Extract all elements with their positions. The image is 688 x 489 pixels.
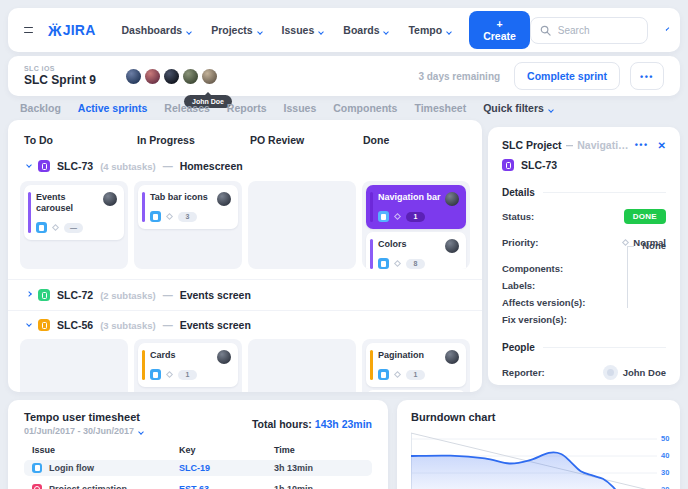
jira-logo[interactable]: ӜJIRA [48, 22, 95, 39]
date-range-dropdown[interactable]: 01/Jun/2017 - 30/Jun/2017 [24, 426, 143, 436]
sprint-more-button[interactable]: ••• [630, 62, 664, 90]
menu-icon[interactable] [24, 27, 33, 34]
col-issue: Issue [32, 445, 179, 455]
priority-icon [622, 239, 629, 246]
member-avatar[interactable] [145, 69, 160, 84]
story-icon [378, 369, 389, 380]
assignee-avatar [445, 192, 459, 206]
nav-projects[interactable]: Projects [211, 24, 261, 36]
issue-time: 1h 10min [274, 484, 364, 489]
member-avatar[interactable] [164, 69, 179, 84]
issue-name: Login flow [49, 463, 94, 473]
story-blue-icon [32, 463, 42, 473]
card-colors[interactable]: Colors 8 [366, 232, 466, 269]
group-dash: — [163, 290, 173, 301]
assignee-avatar [217, 350, 231, 364]
lane-po-review [248, 339, 356, 392]
tab-issues[interactable]: Issues [284, 102, 317, 114]
labels-row: Labels: [502, 280, 666, 291]
app-root: ӜJIRA Dashboards Projects Issues Boards … [0, 0, 688, 489]
nav-tempo-label: Tempo [408, 24, 442, 36]
chevron-down-icon [666, 27, 670, 31]
tab-backlog[interactable]: Backlog [20, 102, 61, 114]
card-events-carousel[interactable]: Events carousel — [24, 185, 124, 240]
sprint-members: John Doe [126, 69, 217, 84]
y-tick-label: 20 [661, 485, 669, 489]
issue-name: Project estimation [49, 484, 127, 489]
story-type-icon [38, 319, 50, 331]
issue-time: 3h 13min [274, 463, 364, 473]
card-pull-to-refresh[interactable]: Pull to refresh [366, 390, 466, 392]
burndown-chart: 50403020 [411, 431, 666, 489]
estimate-badge: 8 [406, 259, 425, 269]
total-hours-label: Total hours: [252, 418, 312, 430]
card-navigation-bar[interactable]: Navigation bar 1 [366, 185, 466, 229]
nav-dashboards[interactable]: Dashboards [121, 24, 191, 36]
tab-releases[interactable]: Releases [164, 102, 210, 114]
estimate-badge: 1 [406, 212, 425, 222]
assignee-avatar [445, 239, 459, 253]
none-group-bracket [627, 246, 634, 308]
close-icon[interactable]: ✕ [658, 140, 666, 151]
nav-dashboards-label: Dashboards [121, 24, 182, 36]
estimate-badge: 3 [178, 212, 197, 222]
nav-projects-label: Projects [211, 24, 252, 36]
tab-timesheet[interactable]: Timesheet [414, 102, 466, 114]
issue-key-link[interactable]: SLC-19 [179, 463, 274, 473]
tab-active-sprints[interactable]: Active sprints [78, 102, 147, 114]
table-row[interactable]: Project estimation EST-63 1h 10min [24, 481, 372, 489]
tab-components[interactable]: Components [333, 102, 397, 114]
reporter-avatar [603, 365, 618, 380]
column-po-review: PO Review [248, 134, 355, 146]
story-icon [378, 258, 389, 269]
issue-key-link[interactable]: EST-63 [179, 484, 274, 489]
member-avatar[interactable] [183, 69, 198, 84]
top-navbar: ӜJIRA Dashboards Projects Issues Boards … [8, 8, 680, 52]
search-input[interactable] [558, 25, 638, 36]
fix-version-label: Fix version(s): [502, 314, 567, 325]
search-box[interactable] [530, 17, 648, 44]
group-title: Events screen [180, 319, 251, 331]
story-type-icon [38, 160, 50, 172]
nav-issues[interactable]: Issues [282, 24, 324, 36]
issue-detail-panel: SLC Project — Navigation bar ••• ✕ SLC-7… [488, 127, 680, 385]
swimlane-slc-56: Cards 1 Pagination 1 Pull to refresh [20, 339, 470, 392]
timesheet-title: Tempo user timesheet [24, 411, 143, 423]
group-key: SLC-72 [57, 289, 93, 301]
group-row-slc-73[interactable]: SLC-73 (4 subtasks) — Homescreen [22, 159, 468, 173]
tab-reports[interactable]: Reports [227, 102, 267, 114]
swimlane-slc-73: Events carousel — Tab bar icons 3 Naviga… [20, 181, 470, 269]
assignee-avatar [217, 192, 231, 206]
group-row-slc-72[interactable]: SLC-72 (2 subtasks) — Events screen [22, 288, 468, 302]
nav-tempo[interactable]: Tempo [408, 24, 451, 36]
quick-filters-dropdown[interactable]: Quick filters [483, 102, 553, 114]
assignee-avatar [445, 350, 459, 364]
member-avatar[interactable] [202, 69, 217, 84]
chevron-down-icon [26, 321, 32, 327]
search-icon [540, 25, 551, 36]
group-dash: — [163, 320, 173, 331]
card-cards[interactable]: Cards 1 [138, 343, 238, 387]
lane-todo [20, 339, 128, 392]
status-badge[interactable]: DONE [624, 209, 666, 224]
create-button[interactable]: + Create [469, 11, 530, 49]
more-dots-icon: ••• [640, 72, 654, 82]
detail-more-icon[interactable]: ••• [635, 140, 649, 150]
group-subtasks: (4 subtasks) [100, 161, 155, 172]
card-tab-bar-icons[interactable]: Tab bar icons 3 [138, 185, 238, 229]
none-value: None [642, 240, 666, 251]
group-row-slc-56[interactable]: SLC-56 (3 subtasks) — Events screen [22, 318, 468, 332]
fix-version-row: Fix version(s): [502, 314, 666, 325]
status-label: Status: [502, 211, 534, 222]
table-row[interactable]: Login flow SLC-19 3h 13min [24, 460, 372, 476]
card-pagination[interactable]: Pagination 1 [366, 343, 466, 387]
components-label: Components: [502, 263, 563, 274]
member-avatar[interactable] [126, 69, 141, 84]
nav-boards[interactable]: Boards [343, 24, 388, 36]
detail-issue-title: Navigation bar [577, 139, 630, 151]
priority-icon [394, 260, 401, 267]
detail-issue-key-row: SLC-73 [502, 159, 666, 171]
complete-sprint-button[interactable]: Complete sprint [514, 62, 620, 90]
priority-icon [394, 213, 401, 220]
total-hours: Total hours: 143h 23min [252, 418, 372, 430]
